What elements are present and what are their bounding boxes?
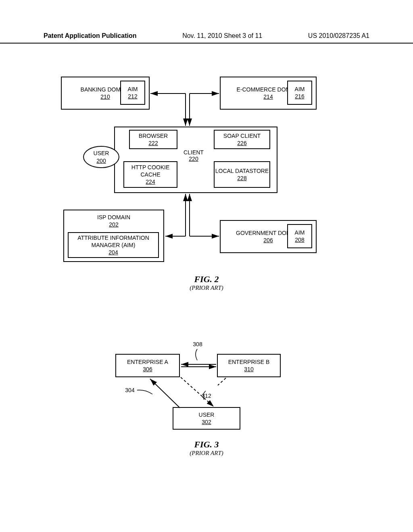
fig3-user-title: USER (199, 411, 215, 418)
user-ellipse: USER 200 (83, 146, 119, 168)
cookie-num: 224 (146, 178, 155, 185)
datastore-title: LOCAL DATASTORE (215, 167, 269, 175)
gov-aim-title: AIM (295, 229, 305, 236)
cookie-box: HTTP COOKIE CACHE 224 (123, 161, 177, 188)
isp-title: ISP DOMAIN (97, 214, 130, 221)
aim-full-num: 204 (108, 249, 118, 256)
ecommerce-aim-title: AIM (295, 85, 305, 93)
page-header: Patent Application Publication Nov. 11, … (0, 32, 413, 44)
aim-full-title: ATTRIBUTE INFORMATION MANAGER (AIM) (69, 234, 158, 249)
soap-box: SOAP CLIENT 226 (214, 130, 270, 149)
fig3-user-box: USER 302 (173, 407, 240, 430)
svg-line-11 (181, 377, 214, 407)
ecommerce-aim-num: 216 (295, 93, 304, 100)
enterprise-b-title: ENTERPRISE B (228, 358, 270, 366)
browser-title: BROWSER (139, 132, 168, 139)
soap-num: 226 (237, 139, 246, 147)
soap-title: SOAP CLIENT (223, 132, 261, 139)
gov-aim-num: 208 (295, 236, 304, 243)
fig2-caption: FIG. 2 (PRIOR ART) (0, 274, 413, 291)
ref-312: 312 (198, 393, 215, 399)
aim-full-box: ATTRIBUTE INFORMATION MANAGER (AIM) 204 (68, 232, 159, 258)
svg-line-10 (150, 379, 180, 408)
datastore-num: 228 (237, 175, 246, 182)
header-center: Nov. 11, 2010 Sheet 3 of 11 (182, 32, 262, 39)
ecommerce-aim-box: AIM 216 (287, 81, 312, 105)
banking-aim-title: AIM (128, 85, 138, 93)
enterprise-a-num: 306 (143, 366, 152, 373)
header-right: US 2010/0287235 A1 (308, 32, 369, 39)
user-title: USER (94, 150, 109, 157)
svg-line-12 (218, 378, 226, 385)
client-label: CLIENT 220 (177, 149, 210, 162)
gov-aim-box: AIM 208 (287, 224, 312, 248)
banking-aim-num: 212 (128, 93, 137, 100)
banking-aim-box: AIM 212 (120, 81, 145, 105)
enterprise-a-title: ENTERPRISE A (127, 358, 168, 366)
enterprise-a-box: ENTERPRISE A 306 (115, 354, 180, 377)
header-left: Patent Application Publication (44, 32, 137, 39)
enterprise-b-box: ENTERPRISE B 310 (217, 354, 281, 377)
isp-num: 202 (109, 221, 118, 228)
ref-308: 308 (190, 341, 206, 347)
datastore-box: LOCAL DATASTORE 228 (214, 161, 270, 188)
enterprise-b-num: 310 (244, 366, 253, 373)
browser-box: BROWSER 222 (129, 130, 177, 149)
browser-num: 222 (148, 139, 158, 147)
fig3-user-num: 302 (202, 418, 211, 426)
user-num: 200 (96, 157, 106, 164)
cookie-title: HTTP COOKIE CACHE (124, 164, 177, 178)
ref-304: 304 (122, 387, 138, 393)
fig3-caption: FIG. 3 (PRIOR ART) (0, 439, 413, 457)
